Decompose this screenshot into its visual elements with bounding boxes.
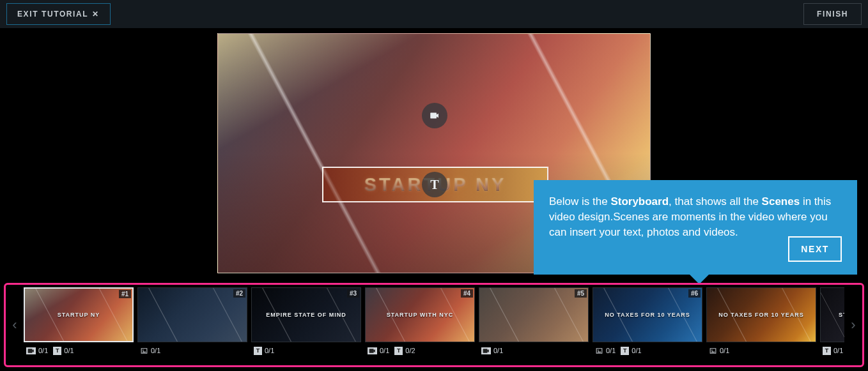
scene-meta: 0/1T0/2	[365, 342, 475, 359]
image-icon	[140, 347, 148, 355]
image-icon	[595, 347, 603, 355]
scene-meta: 0/1	[479, 342, 589, 359]
text-icon: T	[394, 347, 403, 355]
scene-meta: 0/1T0/1	[24, 342, 134, 359]
scene-thumb[interactable]: #6NO TAXES FOR 10 YEARS	[593, 287, 702, 342]
scene-thumb[interactable]: #3EMPIRE STATE OF MIND	[251, 287, 361, 342]
scene-meta-value: 0/2	[405, 347, 415, 354]
storyboard-scenes: #1STARTUP NY0/1T0/1#20/1#3EMPIRE STATE O…	[24, 285, 844, 365]
text-icon: T	[254, 347, 262, 355]
scene-5[interactable]: #50/1	[479, 287, 589, 363]
scene-number-badge: #4	[461, 289, 473, 298]
scene-meta: T0/1	[251, 342, 361, 359]
tutorial-tooltip: Below is the Storyboard, that shows all …	[534, 180, 857, 275]
scene-thumb[interactable]: #1STARTUP NY	[24, 287, 134, 342]
text-icon: T	[430, 178, 438, 192]
scene-meta: 0/1	[137, 342, 247, 359]
scene-meta-item: T0/1	[621, 347, 641, 355]
tooltip-text: Below is the Storyboard, that shows all …	[549, 195, 831, 238]
scene-meta-item: 0/1	[26, 347, 48, 354]
scene-4[interactable]: #4STARTUP WITH NYC0/1T0/2	[365, 287, 475, 363]
topbar: EXIT TUTORIAL ✕ FINISH	[0, 0, 868, 28]
scene-meta: 0/1T0/1	[593, 342, 702, 359]
scene-caption: NO TAXES FOR 10 YEARS	[718, 312, 804, 318]
image-icon	[709, 347, 717, 355]
scene-caption: STARTUP NY	[58, 312, 100, 318]
scene-meta-value: 0/1	[38, 347, 48, 354]
scene-thumb[interactable]: NO TAXES FOR 10 YEARS	[706, 287, 816, 342]
text-icon: T	[823, 347, 831, 355]
scene-meta: T0/1	[820, 342, 844, 359]
video-marker[interactable]	[422, 103, 447, 128]
video-icon	[429, 110, 440, 121]
text-icon: T	[621, 347, 629, 355]
scene-meta-value: 0/1	[64, 347, 74, 354]
scene-meta-value: 0/1	[720, 347, 729, 354]
tooltip-t1: Below is the	[549, 195, 610, 208]
chevron-left-icon: ‹	[12, 317, 17, 333]
storyboard: ‹ #1STARTUP NY0/1T0/1#20/1#3EMPIRE STATE…	[4, 283, 864, 367]
scene-meta-item: 0/1	[595, 347, 616, 355]
scene-number-badge: #2	[233, 289, 245, 298]
video-icon	[368, 347, 377, 354]
scene-meta-item: T0/2	[394, 347, 415, 355]
svg-point-1	[598, 349, 599, 351]
chevron-right-icon: ›	[851, 317, 855, 333]
svg-point-0	[143, 349, 144, 351]
scene-number-badge: #6	[688, 289, 701, 298]
next-button[interactable]: NEXT	[788, 236, 842, 262]
scene-number-badge: #3	[347, 289, 359, 298]
preview-area: STARTUP NY T Below is the Storyboard, th…	[0, 28, 868, 281]
scene-3[interactable]: #3EMPIRE STATE OF MINDT0/1	[251, 287, 361, 363]
scene-meta-value: 0/1	[380, 347, 389, 354]
finish-button[interactable]: FINISH	[803, 3, 862, 25]
scene-meta-item: T0/1	[254, 347, 274, 355]
scene-caption: STARTUP WITH NYC	[387, 312, 454, 318]
scene-meta-value: 0/1	[493, 347, 503, 354]
scene-number-badge: #5	[575, 289, 587, 298]
scene-8[interactable]: STARTUT0/1	[820, 287, 844, 363]
scene-caption: NO TAXES FOR 10 YEARS	[605, 312, 690, 318]
scene-7[interactable]: NO TAXES FOR 10 YEARS0/1	[706, 287, 816, 363]
scene-caption: EMPIRE STATE OF MIND	[266, 312, 346, 318]
exit-tutorial-label: EXIT TUTORIAL	[17, 10, 88, 19]
tooltip-b1: Storyboard	[610, 195, 669, 208]
text-icon: T	[53, 347, 61, 355]
video-icon	[26, 347, 36, 354]
scene-meta: 0/1	[706, 342, 816, 359]
scene-meta-item: 0/1	[140, 347, 160, 355]
storyboard-prev[interactable]: ‹	[6, 285, 24, 365]
tooltip-b2: Scenes	[762, 195, 800, 208]
next-label: NEXT	[801, 244, 829, 254]
scene-2[interactable]: #20/1	[137, 287, 247, 363]
video-icon	[481, 347, 491, 354]
scene-meta-item: T0/1	[823, 347, 843, 355]
scene-1[interactable]: #1STARTUP NY0/1T0/1	[24, 287, 134, 363]
scene-6[interactable]: #6NO TAXES FOR 10 YEARS0/1T0/1	[593, 287, 702, 363]
finish-label: FINISH	[817, 10, 848, 19]
scene-number-badge: #1	[119, 290, 131, 298]
scene-meta-value: 0/1	[151, 347, 160, 354]
exit-tutorial-button[interactable]: EXIT TUTORIAL ✕	[6, 3, 111, 25]
scene-thumb[interactable]: #4STARTUP WITH NYC	[365, 287, 475, 342]
scene-thumb[interactable]: #5	[479, 287, 589, 342]
storyboard-next[interactable]: ›	[844, 285, 862, 365]
scene-meta-value: 0/1	[606, 347, 616, 354]
scene-thumb[interactable]: STARTU	[820, 287, 844, 342]
scene-meta-value: 0/1	[632, 347, 641, 354]
svg-point-2	[711, 349, 713, 351]
scene-caption: STARTU	[839, 312, 844, 318]
scene-meta-item: 0/1	[481, 347, 503, 354]
scene-thumb[interactable]: #2	[137, 287, 247, 342]
scene-meta-item: 0/1	[709, 347, 729, 355]
tooltip-t2: , that shows all the	[669, 195, 762, 208]
scene-meta-item: 0/1	[368, 347, 389, 354]
scene-meta-value: 0/1	[265, 347, 274, 354]
text-marker[interactable]: T	[422, 172, 447, 197]
close-icon: ✕	[92, 10, 100, 19]
scene-meta-value: 0/1	[833, 347, 843, 354]
scene-meta-item: T0/1	[53, 347, 74, 355]
